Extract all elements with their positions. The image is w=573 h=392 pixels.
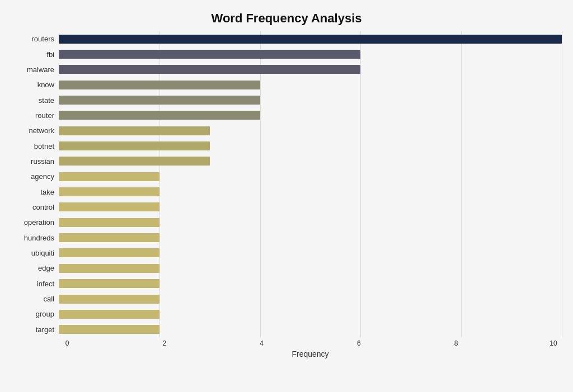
- y-label: ubiquiti: [31, 249, 54, 257]
- bar: [59, 295, 159, 304]
- bar: [59, 35, 562, 44]
- y-label: hundreds: [24, 234, 54, 242]
- bar: [59, 218, 159, 227]
- y-label: russian: [31, 158, 54, 165]
- chart-container: Word Frequency Analysis routersfbimalwar…: [0, 0, 573, 392]
- y-label: botnet: [34, 143, 54, 150]
- y-label: infect: [37, 280, 54, 287]
- bar-row: [59, 34, 562, 44]
- y-label: know: [37, 81, 54, 88]
- y-label: agency: [31, 173, 54, 180]
- bar-row: [59, 80, 562, 90]
- bar: [59, 279, 159, 288]
- bar: [59, 248, 159, 257]
- bar-row: [59, 141, 562, 151]
- y-label: take: [40, 188, 54, 196]
- chart-title: Word Frequency Analysis: [11, 6, 562, 31]
- bar: [59, 65, 360, 74]
- bar-row: [59, 278, 562, 289]
- y-label: operation: [24, 219, 54, 226]
- bar-row: [59, 95, 562, 105]
- y-label: fbi: [46, 51, 54, 58]
- y-label: edge: [38, 265, 54, 272]
- y-label: routers: [32, 35, 54, 42]
- bar: [59, 50, 360, 59]
- bar-row: [59, 172, 562, 182]
- bar-row: [59, 187, 562, 197]
- bar-row: [59, 110, 562, 120]
- bar: [59, 126, 210, 135]
- bar: [59, 310, 159, 319]
- bar: [59, 111, 260, 120]
- grid-line: [562, 31, 562, 337]
- bar-row: [59, 263, 562, 273]
- bar-row: [59, 218, 562, 228]
- bar-row: [59, 233, 562, 243]
- x-ticks: 0246810: [59, 337, 562, 347]
- y-label: group: [36, 310, 54, 318]
- x-axis-area: 0246810 Frequency: [59, 337, 562, 358]
- bar: [59, 187, 159, 196]
- x-tick: 0: [59, 339, 76, 347]
- bar-row: [59, 309, 562, 319]
- bar: [59, 264, 159, 273]
- x-tick: 4: [253, 339, 270, 347]
- bar-row: [59, 126, 562, 136]
- bar-row: [59, 202, 562, 212]
- x-axis-label: Frequency: [59, 350, 562, 358]
- bar-row: [59, 248, 562, 258]
- bar-row: [59, 49, 562, 59]
- bar: [59, 233, 159, 242]
- y-label: network: [29, 127, 54, 134]
- bar: [59, 157, 210, 166]
- bars-and-grid: [59, 31, 562, 337]
- bar: [59, 141, 210, 150]
- bar-row: [59, 156, 562, 166]
- y-label: call: [43, 295, 54, 303]
- x-tick: 6: [350, 339, 367, 347]
- bar-row: [59, 294, 562, 304]
- x-tick: 2: [156, 339, 173, 347]
- y-label: malware: [27, 66, 54, 73]
- bars-wrapper: [59, 31, 562, 337]
- bar: [59, 81, 260, 89]
- chart-area: routersfbimalwareknowstaterouternetworkb…: [11, 31, 562, 337]
- y-label: target: [36, 326, 54, 333]
- bar: [59, 96, 260, 105]
- bar-row: [59, 324, 562, 334]
- bar: [59, 325, 159, 334]
- y-axis: routersfbimalwareknowstaterouternetworkb…: [11, 31, 59, 337]
- y-label: control: [32, 204, 54, 211]
- x-tick: 8: [448, 339, 464, 347]
- bar-row: [59, 64, 562, 74]
- y-label: state: [39, 97, 54, 104]
- y-label: router: [35, 112, 54, 119]
- x-tick: 10: [545, 339, 562, 347]
- bar: [59, 172, 159, 181]
- bar: [59, 202, 159, 211]
